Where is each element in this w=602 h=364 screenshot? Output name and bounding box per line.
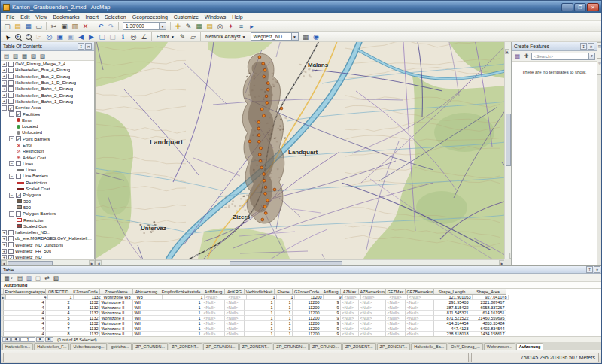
table-cell[interactable]: <Null> [386, 311, 406, 316]
tree-item[interactable]: +Haltestellen_Bahn_1_Einzug [1, 99, 94, 105]
table-cell[interactable]: 1 [245, 311, 275, 316]
collapse-icon[interactable]: − [2, 105, 7, 111]
paste-icon[interactable]: ▥ [70, 21, 80, 31]
expand-icon[interactable]: + [2, 86, 7, 92]
cut-icon[interactable]: ✂ [49, 21, 59, 31]
table-cell[interactable]: 4 [4, 326, 46, 332]
table-cell[interactable]: <Null> [225, 316, 245, 321]
clear-table-selection-icon[interactable]: ▢ [34, 274, 42, 282]
table-cell[interactable]: 614.161951 [470, 311, 506, 316]
expand-icon[interactable]: + [2, 249, 7, 254]
column-header[interactable]: Erschliessungsetappe [4, 289, 46, 295]
table-cell[interactable]: W3 [135, 295, 163, 300]
tree-item[interactable]: −✓Polygons [1, 192, 94, 198]
table-tab[interactable]: Aufzonung [516, 343, 544, 350]
layer-checkbox[interactable]: ✓ [16, 136, 21, 141]
table-cell[interactable]: <Null> [359, 326, 386, 332]
tree-item[interactable]: +haltestellen_ND... [1, 229, 94, 235]
identify-icon[interactable]: ℹ [118, 32, 128, 41]
tree-item[interactable]: −Polygon Barriers [1, 211, 94, 217]
column-header[interactable]: Shape_Length [434, 289, 470, 295]
table-cell[interactable]: 9 [324, 295, 343, 300]
table-cell[interactable]: <Null> [343, 295, 361, 300]
column-header[interactable]: ArtBBaug [202, 289, 225, 295]
table-cell[interactable]: Wohnzone W3 [102, 295, 135, 300]
table-cell[interactable]: 9 [321, 321, 341, 326]
table-cell[interactable]: <Null> [408, 295, 436, 300]
copy-icon[interactable]: ▣ [59, 21, 69, 31]
table-cell[interactable]: 9 [321, 326, 341, 332]
table-cell[interactable]: 1 [163, 295, 205, 300]
table-cell[interactable]: <Null> [359, 305, 386, 311]
table-cell[interactable]: Wohnzone II [100, 311, 133, 316]
minimize-button[interactable]: — [561, 3, 573, 11]
layer-checkbox[interactable] [8, 99, 14, 104]
last-record-button[interactable]: ▶| [45, 337, 53, 342]
tree-item[interactable]: Lines [1, 167, 94, 173]
network-dataset-combo[interactable]: Wegnetz_ND ▼ [251, 32, 299, 41]
collapse-icon[interactable]: − [9, 161, 14, 166]
chevron-down-icon[interactable]: ▼ [159, 23, 166, 29]
close-icon[interactable]: ✕ [85, 43, 92, 50]
close-icon[interactable]: ✕ [594, 266, 600, 273]
table-cell[interactable]: 1 [160, 316, 202, 321]
table-cell[interactable]: 1 [245, 305, 275, 311]
table-cell[interactable]: <Null> [202, 300, 225, 305]
tree-item[interactable]: −Line Barriers [1, 173, 94, 179]
table-cell[interactable]: 1 [48, 295, 74, 300]
tree-item[interactable]: ⊕Added Cost [1, 154, 94, 160]
new-document-icon[interactable]: ▢ [2, 21, 12, 31]
collapse-icon[interactable]: − [9, 211, 14, 217]
related-tables-icon[interactable]: ▤ [16, 274, 24, 282]
table-cell[interactable]: 4 [4, 305, 46, 311]
find-icon[interactable]: ◎ [129, 32, 138, 41]
layer-checkbox[interactable] [16, 161, 21, 166]
layer-checkbox[interactable] [8, 249, 14, 254]
map-horizontal-scrollbar[interactable]: ◀ ▶ [96, 259, 505, 265]
table-tab[interactable]: gstricha... [108, 343, 132, 350]
measure-icon[interactable]: ∠ [139, 32, 149, 41]
table-tab[interactable]: ZP_ZONENT... [342, 343, 376, 350]
column-header[interactable]: GFZBemerkung [406, 289, 434, 295]
table-cell[interactable]: <Null> [386, 316, 406, 321]
tree-item[interactable]: Scaled Cost [1, 223, 94, 229]
tree-item[interactable]: +Haltestellen_Bus_2_Einzug [1, 74, 94, 80]
table-cell[interactable]: 1132 [71, 321, 100, 326]
column-header[interactable]: Ebene [275, 289, 293, 295]
column-header[interactable]: ZonenName [100, 289, 133, 295]
maximize-button[interactable]: ❐ [574, 3, 586, 11]
table-cell[interactable]: 447.4123 [434, 326, 470, 332]
tree-item[interactable]: Located [1, 123, 94, 129]
next-record-button[interactable]: ▶ [36, 337, 44, 342]
table-cell[interactable]: 1132 [74, 295, 102, 300]
select-arrow-icon[interactable]: ▲ [2, 32, 12, 41]
table-cell[interactable]: 11200 [293, 305, 321, 311]
table-cell[interactable]: Wohnzone II [100, 321, 133, 326]
menu-insert[interactable]: Insert [82, 14, 102, 20]
table-cell[interactable]: <Null> [225, 305, 245, 311]
table-tab[interactable]: Haltestellen_F... [34, 343, 69, 350]
table-cell[interactable]: <Null> [359, 300, 386, 305]
layer-checkbox[interactable] [8, 62, 14, 67]
column-header[interactable]: GFZMax [386, 289, 406, 295]
edit-sketch-icon[interactable]: ✎ [178, 32, 187, 41]
table-cell[interactable]: WII [133, 316, 160, 321]
tree-item[interactable]: +Haltestellen_Bus_1_D_Einzug [1, 80, 94, 86]
tree-item[interactable]: +Haltestellen_Bus_4_Einzug [1, 67, 94, 73]
zoom-out-icon[interactable]: − [23, 32, 33, 41]
pin-icon[interactable]: ↧ [78, 43, 84, 50]
table-cell[interactable]: 1 [247, 295, 277, 300]
table-cell[interactable]: <Null> [386, 326, 406, 332]
table-options-icon[interactable]: ▦▼ [2, 274, 15, 282]
open-folder-icon[interactable]: ▤ [13, 21, 23, 31]
table-cell[interactable]: 4853.33484 [470, 321, 506, 326]
table-cell[interactable]: <Null> [341, 311, 359, 316]
table-cell[interactable]: 11200 [293, 326, 321, 332]
table-cell[interactable]: 11200 [293, 300, 321, 305]
table-tab[interactable]: Wohnzonen... [484, 343, 515, 350]
tree-item[interactable]: −Lines [1, 161, 94, 167]
collapse-icon[interactable]: − [9, 111, 14, 117]
table-cell[interactable]: 1 [160, 321, 202, 326]
tree-item[interactable]: +Wegnetz_FR_500 [1, 248, 94, 254]
menu-help[interactable]: Help [229, 14, 245, 20]
